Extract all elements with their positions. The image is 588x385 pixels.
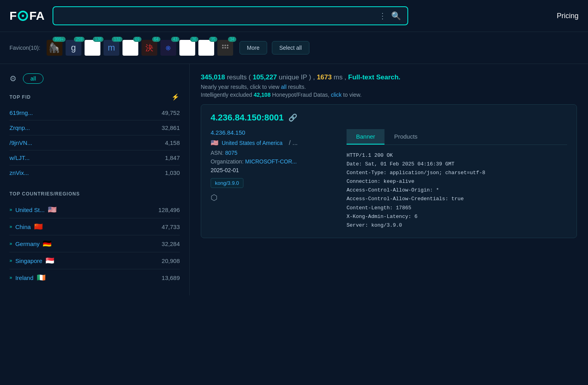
banner-line-1: HTTP/1.1 200 OK [347,151,567,160]
ip-link[interactable]: 4.236.84.150 [211,129,337,136]
chevron-right-icon-1: » [9,207,12,212]
ip-port[interactable]: 4.236.84.150:8001 [211,113,284,123]
favicon-item-10[interactable]: 34 [217,40,233,56]
main-content: ⚙ all TOP FID ⚡ 619rng... 49,752 Zrqnp..… [0,64,588,295]
favicon-icon-3 [85,40,100,56]
svg-point-3 [227,45,228,46]
click-honeypot-link[interactable]: click [331,92,341,98]
favicon-badge-4: 132 [112,37,122,42]
filter-row: ⚙ all [9,73,180,84]
search-options-icon[interactable]: ⋮ [379,11,386,21]
filter-icon[interactable]: ⚙ [9,74,17,83]
favicon-item-1[interactable]: 999+ 🦍 [47,40,62,56]
country-item-4[interactable]: » Singapore 🇸🇬 20,908 [9,252,180,269]
country-item-1[interactable]: » United St... 🇺🇸 128,496 [9,201,180,218]
fid-item-1[interactable]: 619rng... 49,752 [9,105,180,120]
countries-section: TOP COUNTRIES/REGIONS » United St... 🇺🇸 … [9,191,180,286]
flag-china: 🇨🇳 [34,222,43,231]
country-row: 🇺🇸 United States of America / ... [211,139,337,146]
fid-item-4[interactable]: w/LJT... 1,847 [9,150,180,165]
favicon-icon-5 [122,40,138,56]
results-count: 345,018 results ( 105,227 unique IP ) , … [201,73,577,81]
favicon-item-6[interactable]: 64 決 [141,40,157,56]
svg-point-2 [224,45,226,46]
fid-item-5[interactable]: znVix... 1,030 [9,165,180,180]
banner-line-3: Content-Type: application/json; charset=… [347,169,567,177]
logo-circle [18,11,28,21]
favicon-item-2[interactable]: 259 g [66,40,81,56]
banner-line-9: Server: kong/3.9.0 [347,221,567,230]
chevron-right-icon-5: » [9,275,12,280]
banner-line-6: Access-Control-Allow-Credentials: true [347,195,567,203]
banner-content: HTTP/1.1 200 OK Date: Sat, 01 Feb 2025 0… [347,151,567,230]
tab-products[interactable]: Products [384,129,427,145]
nav-right: Pricing [557,12,579,20]
favicon-badge-10: 34 [228,37,236,42]
all-results-link[interactable]: all [281,84,286,90]
pricing-link[interactable]: Pricing [557,12,579,20]
banner-line-7: Content-Length: 17865 [347,204,567,212]
svg-text:🦍: 🦍 [48,42,60,53]
favicon-label: Favicon(10): [9,45,40,51]
country-item-2[interactable]: » China 🇨🇳 47,733 [9,218,180,235]
tag-all[interactable]: all [23,73,43,84]
cube-icon[interactable]: ⬡ [211,193,337,202]
favicon-badge-3: 138 [93,37,104,42]
favicon-icon-1: 🦍 [47,40,62,56]
favicon-badge-7: 43 [171,37,179,42]
favicon-item-8[interactable]: 36 [179,40,195,56]
favicon-badge-9: 35 [209,37,217,42]
favicon-item-9[interactable]: 35 [198,40,214,56]
fid-item-3[interactable]: /9jnVN... 4,158 [9,135,180,150]
search-input[interactable]: "server: kong" [60,12,379,20]
favicon-badge-8: 36 [190,37,198,42]
flag-usa-card: 🇺🇸 [211,139,219,146]
fid-item-2[interactable]: Zrqnp... 32,861 [9,120,180,135]
svg-point-5 [224,47,226,49]
favicon-icon-10 [217,40,233,56]
search-icon[interactable]: 🔍 [391,11,401,21]
favicon-item-3[interactable]: 138 [85,40,100,56]
favicon-icon-6: 決 [141,40,157,56]
asn-value[interactable]: 8075 [225,150,237,156]
more-dots[interactable]: / ... [289,139,298,146]
results-note-1: Nearly year results, click to view all r… [201,84,577,90]
flag-ireland: 🇮🇪 [37,273,45,282]
logo-f: F [9,9,17,23]
chevron-right-icon-4: » [9,258,12,263]
favicon-badge-1: 999+ [53,37,66,42]
favicon-item-4[interactable]: 132 m [104,40,119,56]
svg-point-4 [222,47,224,49]
results-header: 345,018 results ( 105,227 unique IP ) , … [201,73,577,98]
favicon-icon-7: ⎈ [160,40,176,56]
banner-line-5: Access-Control-Allow-Origin: * [347,186,567,195]
flag-usa: 🇺🇸 [48,205,57,214]
svg-point-6 [227,47,228,49]
favicon-icon-2: g [66,40,81,56]
results-note-2: Intelligently excluded 42,108 Honeypot/F… [201,92,577,98]
flag-singapore: 🇸🇬 [45,256,54,265]
country-item-3[interactable]: » Germany 🇩🇪 32,284 [9,235,180,252]
favicon-icon-4: m [104,40,119,56]
favicon-item-5[interactable]: 69 [122,40,138,56]
banner-line-8: X-Kong-Admin-Latency: 6 [347,212,567,221]
country-item-5[interactable]: » Ireland 🇮🇪 13,689 [9,269,180,286]
org-value[interactable]: MICROSOFT-COR... [245,158,297,165]
favicon-item-7[interactable]: 43 ⎈ [160,40,176,56]
more-button[interactable]: More [239,41,267,54]
country-link[interactable]: United States of America [222,140,283,146]
banner-line-4: Connection: keep-alive [347,177,567,186]
countries-title: TOP COUNTRIES/REGIONS [9,191,180,197]
link-icon[interactable]: 🔗 [288,113,297,122]
select-all-button[interactable]: Select all [272,41,309,54]
tab-banner[interactable]: Banner [347,129,384,145]
fid-filter-icon[interactable]: ⚡ [172,93,180,101]
logo-dot [22,15,24,17]
favicon-badge-2: 259 [74,37,85,42]
search-container: "server: kong" ⋮ 🔍 [53,6,408,25]
banner-line-2: Date: Sat, 01 Feb 2025 04:16:39 GMT [347,160,567,169]
result-card: 4.236.84.150:8001 🔗 4.236.84.150 🇺🇸 Unit… [201,104,577,238]
fid-section: TOP FID ⚡ 619rng... 49,752 Zrqnp... 32,8… [9,93,180,180]
kong-tag[interactable]: kong/3.9.0 [211,178,243,188]
logo: F FA [9,9,45,23]
